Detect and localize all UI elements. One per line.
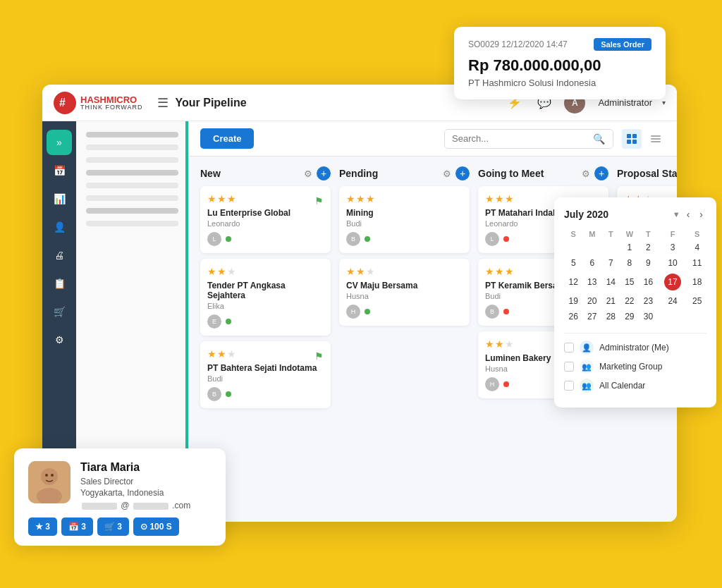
profile-card: Tiara Maria Sales Director Yogyakarta, I… bbox=[14, 448, 226, 546]
cal-day[interactable]: 26 bbox=[564, 309, 583, 324]
grid-view-button[interactable] bbox=[622, 129, 642, 149]
col-header-meet: Going to Meet ⚙ + bbox=[478, 166, 608, 180]
cal-header: July 2020 ▼ ‹ › bbox=[564, 207, 706, 221]
card-bahtera[interactable]: ★ ★ ★ ⚑ PT Bahtera Sejati Indotama Budi … bbox=[200, 341, 331, 408]
svg-rect-7 bbox=[651, 141, 661, 142]
profile-score-btn[interactable]: ⊙ 100 S bbox=[133, 517, 179, 536]
cal-prev-btn[interactable]: ‹ bbox=[683, 207, 694, 221]
cal-day[interactable]: 14 bbox=[601, 271, 620, 293]
cal-day[interactable]: 18 bbox=[687, 271, 706, 293]
cal-day[interactable]: 1 bbox=[620, 240, 640, 255]
cal-day[interactable]: 5 bbox=[564, 255, 583, 271]
kanban-column-pending: Pending ⚙ + ★ ★ ★ Mining Budi bbox=[339, 166, 470, 512]
card-avatar: L bbox=[207, 232, 221, 246]
cal-day[interactable]: 9 bbox=[639, 255, 658, 271]
cal-day[interactable]: 24 bbox=[658, 293, 688, 309]
card-avatar: B bbox=[346, 232, 360, 246]
cal-today[interactable]: 17 bbox=[664, 274, 681, 290]
col-header-proposal: Proposal Stages ⚙ + bbox=[617, 166, 677, 180]
sidebar-icon-calendar[interactable]: 📅 bbox=[47, 158, 72, 183]
col-add-pending[interactable]: + bbox=[455, 166, 470, 180]
sidebar-icon-users[interactable]: 👤 bbox=[47, 214, 72, 240]
status-dot bbox=[503, 381, 509, 387]
search-icon[interactable]: 🔍 bbox=[593, 133, 605, 145]
create-button[interactable]: Create bbox=[200, 128, 254, 149]
cal-day[interactable]: 21 bbox=[601, 293, 620, 309]
cal-day[interactable]: 23 bbox=[639, 293, 658, 309]
profile-stars-btn[interactable]: ★ 3 bbox=[28, 517, 57, 536]
cal-day[interactable]: 13 bbox=[583, 271, 602, 293]
col-title-meet: Going to Meet bbox=[478, 168, 577, 179]
avatar-svg bbox=[28, 461, 71, 503]
profile-top: Tiara Maria Sales Director Yogyakarta, I… bbox=[28, 461, 212, 510]
card-cv-maju[interactable]: ★ ★ ★ CV Maju Bersama Husna H bbox=[339, 259, 470, 326]
admin-chevron[interactable]: ▾ bbox=[662, 99, 666, 106]
cal-checkbox-admin[interactable] bbox=[564, 343, 574, 353]
page-title: Your Pipeline bbox=[176, 97, 506, 109]
sidebar-icon-cart[interactable]: 🛒 bbox=[47, 299, 72, 324]
col-add-meet[interactable]: + bbox=[594, 166, 608, 180]
sidebar-icon-chart[interactable]: 📊 bbox=[47, 186, 72, 212]
cal-all-label: All Calendar bbox=[599, 381, 645, 391]
col-title-new: New bbox=[200, 168, 300, 179]
status-dot bbox=[365, 309, 370, 314]
cal-next-btn[interactable]: › bbox=[696, 207, 706, 221]
col-settings-pending[interactable]: ⚙ bbox=[443, 169, 451, 179]
col-add-new[interactable]: + bbox=[317, 166, 331, 180]
cal-checkbox-all[interactable] bbox=[564, 381, 574, 391]
logo-icon: # bbox=[54, 92, 76, 114]
sales-badge: Sales Order bbox=[594, 38, 651, 51]
cal-grid: S M T W T F S 1 2 3 4 5 6 7 8 9 10 11 12 bbox=[564, 228, 706, 324]
card-mining[interactable]: ★ ★ ★ Mining Budi B bbox=[339, 186, 470, 253]
status-dot bbox=[226, 236, 231, 242]
cal-day[interactable]: 28 bbox=[601, 309, 620, 324]
cal-day[interactable]: 25 bbox=[687, 293, 706, 309]
cal-checkbox-marketing[interactable] bbox=[564, 362, 574, 372]
cal-day[interactable]: 11 bbox=[687, 255, 706, 271]
cal-day[interactable]: 8 bbox=[620, 255, 640, 271]
card-stars: ★ ★ ★ bbox=[346, 193, 375, 204]
cal-calendar-item-all: 👥 All Calendar bbox=[564, 379, 706, 393]
sidebar-icon-docs[interactable]: 📋 bbox=[47, 271, 72, 296]
cal-day[interactable]: 16 bbox=[639, 271, 658, 293]
cal-admin-label: Administrator (Me) bbox=[599, 343, 669, 353]
col-title-pending: Pending bbox=[339, 168, 439, 179]
cal-day[interactable]: 19 bbox=[564, 293, 583, 309]
cal-day[interactable]: 27 bbox=[583, 309, 602, 324]
cal-day[interactable]: 10 bbox=[658, 255, 688, 271]
profile-cart-btn[interactable]: 🛒 3 bbox=[97, 517, 129, 536]
cal-day[interactable]: 30 bbox=[639, 309, 658, 324]
cal-day[interactable]: 6 bbox=[583, 255, 602, 271]
card-avatar: B bbox=[207, 387, 221, 401]
card-stars: ★ ★ ★ bbox=[207, 193, 236, 204]
card-lu-enterprise[interactable]: ★ ★ ★ ⚑ Lu Enterprise Global Leonardo L bbox=[200, 186, 331, 253]
menu-icon[interactable]: ☰ bbox=[157, 95, 169, 111]
card-tender-angkasa[interactable]: ★ ★ ★ Tender PT Angkasa Sejahtera Elika … bbox=[200, 259, 331, 336]
col-settings-new[interactable]: ⚙ bbox=[304, 169, 312, 179]
cal-day[interactable]: 22 bbox=[620, 293, 640, 309]
cal-day[interactable]: 4 bbox=[687, 240, 706, 255]
sidebar-icon-chevron[interactable]: » bbox=[47, 130, 72, 155]
search-input[interactable] bbox=[452, 133, 593, 144]
cal-day[interactable]: 15 bbox=[620, 271, 640, 293]
profile-calendar-btn[interactable]: 📅 3 bbox=[61, 517, 93, 536]
cal-day[interactable]: 7 bbox=[601, 255, 620, 271]
sidebar-icon-print[interactable]: 🖨 bbox=[47, 243, 72, 268]
cal-dropdown-arrow[interactable]: ▼ bbox=[673, 210, 680, 219]
col-header-pending: Pending ⚙ + bbox=[339, 166, 470, 180]
list-view-button[interactable] bbox=[646, 129, 666, 149]
sidebar-icon-settings[interactable]: ⚙ bbox=[47, 327, 72, 353]
cal-day[interactable]: 29 bbox=[620, 309, 640, 324]
sidebar-line bbox=[86, 183, 178, 188]
cal-day[interactable]: 17 bbox=[658, 271, 688, 293]
cal-day[interactable]: 2 bbox=[639, 240, 658, 255]
card-avatar: E bbox=[207, 314, 221, 329]
col-settings-meet[interactable]: ⚙ bbox=[582, 169, 590, 179]
cal-day[interactable]: 12 bbox=[564, 271, 583, 293]
cal-day[interactable]: 3 bbox=[658, 240, 688, 255]
svg-point-12 bbox=[51, 474, 54, 477]
cal-day[interactable]: 20 bbox=[583, 293, 602, 309]
cal-day-header: M bbox=[583, 228, 602, 240]
svg-rect-3 bbox=[627, 140, 631, 144]
list-icon bbox=[650, 133, 661, 145]
